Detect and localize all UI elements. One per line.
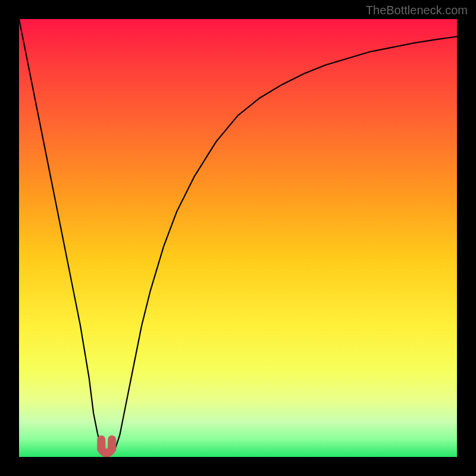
bottleneck-curve xyxy=(19,19,457,453)
chart-frame: TheBottleneck.com xyxy=(0,0,476,476)
curves-layer xyxy=(19,19,457,457)
cusp-marker xyxy=(101,440,112,453)
watermark-label: TheBottleneck.com xyxy=(366,4,468,17)
chart-area xyxy=(19,19,457,457)
